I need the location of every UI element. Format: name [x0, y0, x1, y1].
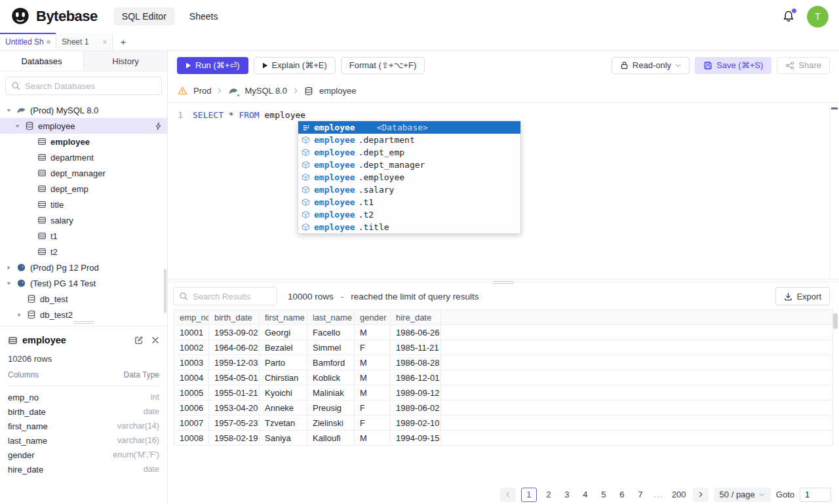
table-row[interactable]: 100081958-02-19SaniyaKalloufiM1994-09-15	[174, 431, 833, 446]
tree-table-t2[interactable]: t2	[0, 244, 167, 260]
tree-table-department[interactable]: department	[0, 149, 167, 165]
table-row[interactable]: 100021964-06-02BezalelSimmelF1985-11-21	[174, 340, 833, 355]
column-header-birth-date[interactable]: birth_date	[209, 310, 260, 325]
tab-sheet-1[interactable]: Sheet 1	[56, 33, 113, 50]
results-table-area: emp_no birth_date first_name last_name g…	[168, 309, 839, 485]
tab-databases[interactable]: Databases	[0, 51, 84, 71]
nav-sql-editor[interactable]: SQL Editor	[113, 7, 175, 26]
sidebar-scrollbar[interactable]	[164, 269, 166, 313]
search-results-input[interactable]	[193, 292, 271, 301]
brand[interactable]: Bytebase	[10, 7, 98, 26]
breadcrumb-database[interactable]: employee	[319, 86, 356, 96]
edit-icon[interactable]	[134, 336, 144, 345]
column-type: enum('M','F')	[113, 450, 159, 459]
panel-resize-handle[interactable]	[73, 320, 94, 325]
page-3[interactable]: 3	[560, 488, 574, 502]
breadcrumb-environment[interactable]: Prod	[193, 86, 211, 96]
page-4[interactable]: 4	[579, 488, 592, 502]
table-row[interactable]: 100041954-05-01ChirstianKoblickM1986-12-…	[174, 370, 833, 385]
goto-page-input[interactable]	[800, 488, 831, 502]
page-2[interactable]: 2	[542, 488, 555, 502]
search-results-box[interactable]	[173, 287, 277, 305]
breadcrumb-instance[interactable]: MySQL 8.0	[244, 86, 287, 96]
autocomplete-item[interactable]: employee.department	[298, 134, 520, 146]
page-1[interactable]: 1	[521, 488, 537, 502]
close-icon[interactable]	[151, 336, 159, 344]
chevron-right-icon	[217, 88, 222, 94]
tree-table-dept-manager[interactable]: dept_manager	[0, 165, 167, 181]
run-button[interactable]: Run (⌘+⏎)	[177, 57, 248, 74]
autocomplete-item[interactable]: employee.dept_manager	[298, 159, 520, 171]
notification-bell-icon[interactable]	[782, 10, 795, 23]
new-sheet-button[interactable]: +	[113, 33, 134, 50]
results-scrollbar[interactable]	[833, 313, 838, 329]
caret-right-icon[interactable]	[16, 312, 23, 318]
page-200[interactable]: 200	[671, 488, 688, 502]
table-row[interactable]: 100061953-04-20AnnekePreusigF1989-06-02	[174, 400, 833, 416]
readonly-label: Read-only	[633, 60, 671, 70]
page-5[interactable]: 5	[597, 488, 610, 502]
tree-database-db-test[interactable]: db_test	[0, 291, 167, 307]
suggestion-suffix: .t2	[359, 208, 374, 221]
column-header-emp-no[interactable]: emp_no	[174, 310, 209, 325]
table-row[interactable]: 100071957-05-23TzvetanZielinskiF1989-02-…	[174, 416, 833, 431]
tree-table-employee[interactable]: employee	[0, 134, 167, 149]
cell: 10006	[174, 400, 209, 416]
prev-page-button[interactable]	[500, 488, 516, 502]
tree-instance-pg12[interactable]: (Prod) Pg 12 Prod	[0, 260, 167, 275]
avatar[interactable]: T	[807, 6, 829, 28]
page-7[interactable]: 7	[634, 488, 647, 502]
splitter-handle[interactable]	[493, 280, 514, 285]
tree-instance-mysql[interactable]: (Prod) MySQL 8.0	[0, 102, 167, 118]
sql-editor[interactable]: 1 SELECT * FROM employee employee <Datab…	[168, 102, 839, 279]
tree-table-t1[interactable]: t1	[0, 228, 167, 244]
lightning-bolt-icon[interactable]	[155, 122, 162, 130]
autocomplete-item[interactable]: employee.employee	[298, 171, 520, 184]
caret-down-icon[interactable]	[5, 281, 12, 286]
page-6[interactable]: 6	[615, 488, 629, 502]
columns-header-label: Columns	[8, 370, 39, 379]
tree-instance-pg14[interactable]: (Test) PG 14 Test	[0, 275, 167, 291]
tree-database-employee[interactable]: employee	[0, 118, 167, 134]
column-header-last-name[interactable]: last_name	[307, 310, 355, 325]
search-databases-box[interactable]	[5, 77, 162, 95]
column-header-gender[interactable]: gender	[355, 310, 391, 325]
tab-untitled-sheet[interactable]: Untitled Sheet	[0, 33, 56, 50]
code-line-1: 1 SELECT * FROM employee	[168, 109, 311, 121]
page-size-select[interactable]: 50 / page	[714, 488, 771, 502]
tab-history[interactable]: History	[84, 51, 167, 71]
autocomplete-item[interactable]: employee.title	[298, 221, 520, 233]
table-row[interactable]: 100011953-09-02GeorgiFacelloM1986-06-26	[174, 325, 833, 340]
nav-sheets[interactable]: Sheets	[189, 11, 218, 22]
caret-right-icon[interactable]	[5, 265, 12, 271]
caret-down-icon[interactable]	[5, 107, 12, 113]
save-button[interactable]: Save (⌘+S)	[695, 57, 771, 74]
autocomplete-item[interactable]: employee.t1	[298, 196, 520, 208]
autocomplete-item[interactable]: employee.dept_emp	[298, 146, 520, 159]
format-button[interactable]: Format (⇧+⌥+F)	[341, 57, 425, 74]
readonly-mode-select[interactable]: Read-only	[612, 57, 690, 74]
tab-dirty-dot[interactable]	[103, 40, 107, 44]
autocomplete-item[interactable]: employee.t2	[298, 208, 520, 221]
autocomplete-item[interactable]: employee.salary	[298, 184, 520, 196]
editor-minimap[interactable]	[829, 103, 839, 279]
share-button[interactable]: Share	[777, 57, 830, 74]
table-icon	[37, 137, 47, 146]
autocomplete-item-selected[interactable]: employee <Database>	[298, 121, 520, 134]
tree-table-title[interactable]: title	[0, 197, 167, 212]
table-row[interactable]: 100031959-12-03PartoBamfordM1986-08-28	[174, 355, 833, 370]
editor-results-splitter[interactable]	[168, 279, 839, 283]
search-databases-input[interactable]	[25, 81, 156, 91]
tree-table-salary[interactable]: salary	[0, 212, 167, 228]
explain-button[interactable]: Explain (⌘+E)	[254, 57, 336, 74]
tree-table-dept-emp[interactable]: dept_emp	[0, 181, 167, 197]
content-area: Run (⌘+⏎) Explain (⌘+E) Format (⇧+⌥+F) R…	[168, 51, 839, 504]
caret-down-icon[interactable]	[14, 123, 21, 129]
column-header-hire-date[interactable]: hire_date	[391, 310, 441, 325]
column-header-first-name[interactable]: first_name	[260, 310, 307, 325]
tab-dirty-dot[interactable]	[47, 40, 50, 44]
next-page-button[interactable]	[693, 488, 709, 502]
table-row[interactable]: 100051955-01-21KyoichiMaliniakM1989-09-1…	[174, 385, 833, 400]
limit-note: reached the limit of query results	[351, 292, 478, 301]
export-button[interactable]: Export	[775, 287, 830, 305]
